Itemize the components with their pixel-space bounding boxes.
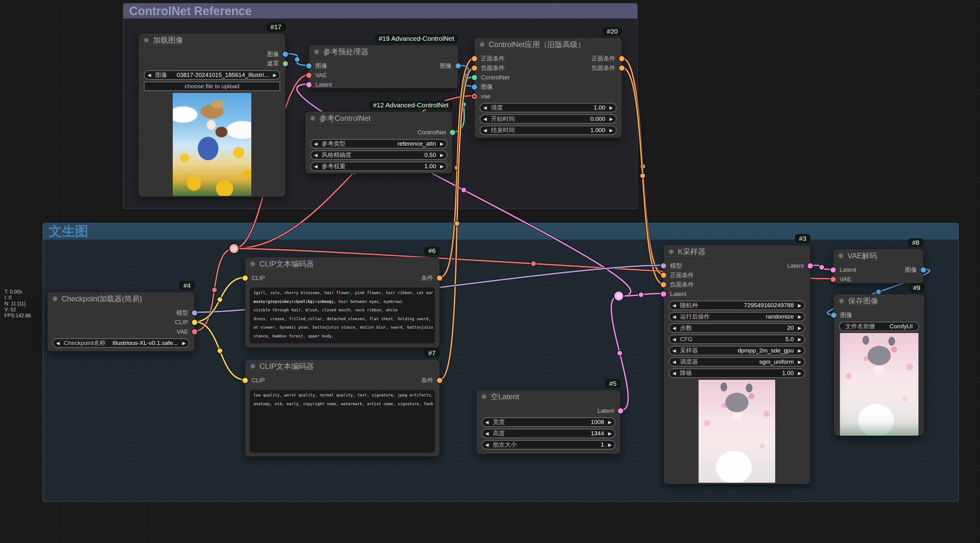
node-header-clip-text-encode-positive[interactable]: CLIP文本编码器 [245, 257, 439, 271]
widget-value[interactable]: 5.0 [697, 336, 794, 343]
stepper-right-arrow-icon[interactable]: ▶ [605, 116, 613, 121]
input-port-dot[interactable] [661, 282, 666, 287]
stepper-right-arrow-icon[interactable]: ▶ [604, 431, 612, 436]
input-port-dot[interactable] [242, 378, 248, 383]
stepper-left-arrow-icon[interactable]: ◀ [314, 164, 321, 169]
collapse-dot-icon[interactable] [250, 364, 255, 369]
node-header-clip-text-encode-negative[interactable]: CLIP文本编码器 [245, 360, 439, 373]
widget-value[interactable]: 1.00 [507, 104, 605, 111]
stepper-left-arrow-icon[interactable]: ◀ [484, 105, 491, 110]
widget-text[interactable]: 文件名前缀ComfyUI [839, 322, 919, 331]
output-port-ControlNet[interactable]: ControlNet [417, 128, 452, 137]
node-header-save-image[interactable]: 保存图像 [834, 294, 924, 308]
input-port-图像[interactable]: 图像 [309, 61, 327, 71]
node-header-vae-decode[interactable]: VAE解码 [833, 249, 923, 263]
collapse-dot-icon[interactable] [482, 394, 487, 399]
collapse-dot-icon[interactable] [144, 38, 149, 43]
widget-value[interactable]: 1.000 [519, 127, 605, 134]
output-port-dot[interactable] [437, 276, 442, 281]
stepper-left-arrow-icon[interactable]: ◀ [673, 325, 680, 330]
stepper-right-arrow-icon[interactable]: ▶ [794, 371, 801, 376]
stepper-right-arrow-icon[interactable]: ▶ [269, 73, 277, 78]
widget-number[interactable]: ◀高度1344▶ [482, 429, 615, 438]
output-port-Latent[interactable]: Latent [597, 406, 620, 416]
widget-upload-button[interactable]: choose file to upload [144, 82, 280, 91]
widget-combo[interactable]: ◀参考类型reference_attn▶ [310, 139, 447, 148]
input-port-负面条件[interactable]: 负面条件 [664, 280, 694, 289]
node-header-load-image[interactable]: 加载图像 [139, 33, 285, 47]
output-port-图像[interactable]: 图像 [440, 61, 458, 71]
widget-value[interactable]: 1008 [509, 419, 604, 426]
input-port-CLIP[interactable]: CLIP [245, 376, 265, 385]
input-port-dot[interactable] [830, 277, 836, 282]
stepper-right-arrow-icon[interactable]: ▶ [604, 442, 612, 447]
output-port-VAE[interactable]: VAE [177, 327, 194, 337]
input-port-dot[interactable] [472, 84, 477, 90]
stepper-right-arrow-icon[interactable]: ▶ [794, 348, 801, 353]
output-port-dot[interactable] [808, 264, 813, 269]
input-port-CLIP[interactable]: CLIP [245, 273, 265, 283]
output-port-dot[interactable] [455, 64, 461, 69]
output-port-正面条件[interactable]: 正面条件 [592, 54, 622, 64]
widget-number[interactable]: ◀步数20▶ [669, 323, 805, 333]
input-port-dot[interactable] [306, 82, 312, 87]
node-reference-preprocessor[interactable]: 参考预处理器图像图像VAELatent [309, 45, 458, 89]
node-clip-text-encode-positive[interactable]: CLIP文本编码器CLIP条件1girl, solo, cherry bloss… [245, 257, 440, 348]
input-port-VAE[interactable]: VAE [833, 275, 851, 284]
output-port-dot[interactable] [618, 408, 623, 414]
output-port-dot[interactable] [619, 56, 624, 62]
output-port-dot[interactable] [283, 52, 288, 57]
input-port-图像[interactable]: 图像 [834, 310, 852, 320]
widget-combo[interactable]: ◀Checkpoint名称Illustrious-XL-v0.1.safe...… [52, 338, 189, 348]
stepper-left-arrow-icon[interactable]: ◀ [673, 371, 680, 376]
input-port-图像[interactable]: 图像 [475, 82, 493, 92]
node-vae-decode[interactable]: VAE解码Latent图像VAE [833, 249, 923, 283]
widget-value[interactable]: 03817-20241015_185614_Illustri... [172, 71, 269, 78]
output-port-dot[interactable] [283, 61, 288, 67]
collapse-dot-icon[interactable] [669, 249, 674, 254]
output-port-图像[interactable]: 图像 [267, 49, 285, 59]
widget-value[interactable]: 1 [521, 441, 604, 448]
input-port-Latent[interactable]: Latent [309, 80, 332, 89]
input-port-dot[interactable] [306, 64, 312, 69]
stepper-left-arrow-icon[interactable]: ◀ [673, 314, 680, 319]
widget-value[interactable]: 0.000 [519, 116, 605, 122]
widget-number[interactable]: ◀随机种729549160249788▶ [669, 301, 805, 310]
output-port-dot[interactable] [192, 329, 197, 335]
output-port-模型[interactable]: 模型 [176, 308, 194, 318]
stepper-left-arrow-icon[interactable]: ◀ [673, 359, 680, 364]
input-port-dot[interactable] [661, 264, 666, 269]
output-port-dot[interactable] [192, 310, 197, 316]
collapse-dot-icon[interactable] [839, 298, 844, 303]
collapse-dot-icon[interactable] [480, 42, 485, 47]
stepper-left-arrow-icon[interactable]: ◀ [673, 348, 680, 353]
node-header-reference-controlnet[interactable]: 参考ControlNet [305, 112, 452, 125]
input-port-dot[interactable] [242, 276, 248, 281]
stepper-right-arrow-icon[interactable]: ▶ [794, 325, 801, 330]
stepper-right-arrow-icon[interactable]: ▶ [604, 420, 612, 425]
widget-combo[interactable]: ◀运行后操作randomize▶ [669, 312, 805, 321]
collapse-dot-icon[interactable] [310, 116, 315, 121]
node-save-image[interactable]: 保存图像图像文件名前缀ComfyUI [834, 294, 924, 436]
input-port-正面条件[interactable]: 正面条件 [664, 271, 694, 280]
input-port-dot[interactable] [661, 273, 666, 278]
widget-value[interactable]: ComfyUI [880, 323, 913, 330]
prompt-textarea[interactable]: 1girl, solo, cherry blossoms, hair flowe… [250, 287, 435, 343]
output-port-Latent[interactable]: Latent [787, 261, 810, 271]
widget-value[interactable]: randomize [714, 313, 794, 320]
widget-value[interactable]: reference_attn [350, 140, 436, 147]
widget-value[interactable]: 1.00 [350, 163, 436, 170]
stepper-left-arrow-icon[interactable]: ◀ [484, 128, 491, 133]
widget-number[interactable]: ◀批次大小1▶ [482, 440, 615, 449]
node-header-reference-preprocessor[interactable]: 参考预处理器 [309, 45, 458, 59]
stepper-right-arrow-icon[interactable]: ▶ [794, 303, 801, 308]
input-port-VAE[interactable]: VAE [309, 71, 327, 80]
widget-value[interactable]: 20 [696, 324, 794, 332]
node-ksampler[interactable]: K采样器模型Latent正面条件负面条件Latent◀随机种7295491602… [663, 245, 810, 484]
stepper-left-arrow-icon[interactable]: ◀ [485, 442, 493, 447]
node-load-image[interactable]: 加载图像图像遮罩◀图像03817-20241015_185614_Illustr… [138, 33, 286, 197]
input-port-dot[interactable] [661, 292, 666, 297]
stepper-left-arrow-icon[interactable]: ◀ [673, 337, 680, 342]
widget-combo[interactable]: ◀采样器dpmpp_2m_sde_gpu▶ [669, 346, 805, 355]
output-port-条件[interactable]: 条件 [421, 273, 439, 283]
